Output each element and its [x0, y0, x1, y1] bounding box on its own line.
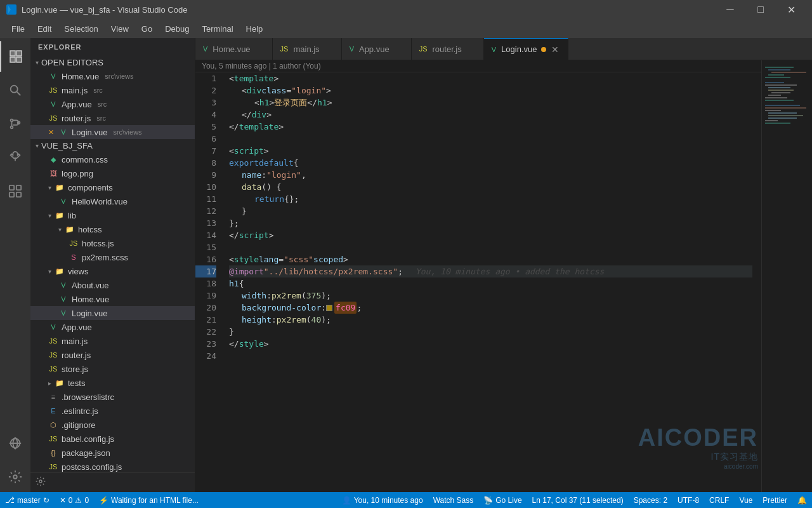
status-cursor[interactable]: Ln 17, Col 37 (11 selected)	[527, 492, 629, 508]
file-router-js[interactable]: JS router.js	[30, 348, 195, 362]
open-editor-login-path: src\views	[113, 128, 141, 136]
file-hotcss-js[interactable]: JS hotcss.js	[30, 236, 195, 250]
status-branch[interactable]: ⎇ master ↻	[0, 492, 55, 508]
file-home-vue[interactable]: V Home.vue	[30, 292, 195, 306]
js-icon-postcss: JS	[48, 462, 58, 472]
file-eslintrc-js[interactable]: E .eslintrc.js	[30, 404, 195, 418]
menu-selection[interactable]: Selection	[59, 22, 103, 36]
file-logo-png[interactable]: 🖼 logo.png	[30, 166, 195, 180]
status-encoding[interactable]: UTF-8	[672, 492, 704, 508]
tab-main-js[interactable]: JS main.js ✕	[273, 38, 342, 60]
project-header[interactable]: VUE_BJ_SFA	[30, 139, 195, 152]
activity-search[interactable]	[0, 75, 30, 105]
close-button[interactable]: ✕	[776, 0, 806, 19]
file-app-vue[interactable]: V App.vue	[30, 320, 195, 334]
status-language[interactable]: Vue	[734, 492, 757, 508]
menu-debug[interactable]: Debug	[160, 22, 194, 36]
open-editor-login-vue[interactable]: ✕ V Login.vue src\views	[30, 125, 195, 139]
tab-app-vue[interactable]: V App.vue ✕	[342, 38, 412, 60]
status-eol[interactable]: CRLF	[704, 492, 734, 508]
activity-settings[interactable]	[0, 462, 30, 492]
maximize-button[interactable]: □	[746, 0, 775, 19]
status-waiting[interactable]: ⚡ Waiting for an HTML file...	[94, 492, 204, 508]
activity-extensions[interactable]	[0, 176, 30, 206]
file-package-json[interactable]: {} package.json	[30, 446, 195, 460]
file-helloworld-vue[interactable]: V HelloWorld.vue	[30, 194, 195, 208]
tab-home-vue-close[interactable]: ✕	[254, 44, 265, 54]
sidebar-content[interactable]: OPEN EDITORS V Home.vue src\views JS mai…	[30, 56, 195, 472]
minimize-button[interactable]: ─	[716, 0, 745, 19]
svg-rect-17	[765, 67, 794, 68]
folder-hotcss[interactable]: 📁 hotcss	[30, 222, 195, 236]
svg-rect-18	[768, 69, 790, 70]
code-line-2: <div class="login">	[229, 84, 752, 97]
menu-terminal[interactable]: Terminal	[197, 22, 238, 36]
folder-tests[interactable]: 📁 tests	[30, 376, 195, 390]
status-watch-sass[interactable]: Watch Sass	[428, 492, 479, 508]
file-px2rem-scss[interactable]: S px2rem.scss	[30, 250, 195, 264]
file-babel-config-js[interactable]: JS babel.config.js	[30, 432, 195, 446]
folder-components[interactable]: 📁 components	[30, 180, 195, 194]
menu-help[interactable]: Help	[241, 22, 268, 36]
open-editor-app-vue[interactable]: V App.vue src	[30, 97, 195, 111]
blame-icon: 👤	[342, 496, 351, 505]
code-line-12: }	[229, 205, 752, 217]
file-about-vue[interactable]: V About.vue	[30, 278, 195, 292]
status-spaces[interactable]: Spaces: 2	[629, 492, 672, 508]
tab-router-js[interactable]: JS router.js ✕	[412, 38, 484, 60]
file-main-js[interactable]: JS main.js	[30, 334, 195, 348]
status-bell[interactable]: 🔔	[792, 492, 812, 508]
tab-app-vue-close[interactable]: ✕	[393, 44, 403, 54]
tab-login-vue-close[interactable]: ✕	[550, 44, 560, 55]
menubar: File Edit Selection View Go Debug Termin…	[0, 19, 812, 38]
status-blame[interactable]: 👤 You, 10 minutes ago	[337, 492, 428, 508]
file-store-js[interactable]: JS store.js	[30, 362, 195, 376]
open-editors-label: OPEN EDITORS	[41, 58, 103, 67]
minimap[interactable]	[761, 60, 812, 492]
menu-go[interactable]: Go	[136, 22, 157, 36]
tab-app-vue-icon: V	[350, 45, 354, 53]
tab-login-vue[interactable]: V Login.vue ✕	[484, 38, 568, 60]
file-common-css[interactable]: ◆ common.css	[30, 152, 195, 166]
settings-icon-btn[interactable]	[36, 476, 46, 488]
activity-remote[interactable]	[0, 428, 30, 458]
code-line-6	[229, 133, 752, 145]
text-icon: ≡	[48, 392, 58, 402]
folder-icon-views: 📁	[55, 266, 65, 276]
tab-router-js-close[interactable]: ✕	[466, 44, 476, 54]
file-login-vue[interactable]: V Login.vue	[30, 306, 195, 320]
open-editor-router-js[interactable]: JS router.js src	[30, 111, 195, 125]
file-name-px2rem: px2rem.scss	[82, 253, 128, 262]
code-area[interactable]: 12345 678910 1112131415 1617181920 21222…	[195, 72, 761, 492]
tab-home-vue-label: Home.vue	[213, 44, 250, 54]
file-postcss-config-js[interactable]: JS postcss.config.js	[30, 460, 195, 472]
menu-file[interactable]: File	[6, 22, 30, 36]
status-go-live[interactable]: 📡 Go Live	[478, 492, 527, 508]
status-errors[interactable]: ✕ 0 ⚠ 0	[55, 492, 94, 508]
code-line-21: height: px2rem(40);	[229, 314, 752, 326]
code-line-3: <h1>登录页面</h1>	[229, 97, 752, 109]
spaces-text: Spaces: 2	[634, 496, 667, 505]
activity-source-control[interactable]	[0, 109, 30, 139]
folder-views[interactable]: 📁 views	[30, 264, 195, 278]
folder-lib[interactable]: 📁 lib	[30, 208, 195, 222]
activity-debug[interactable]	[0, 142, 30, 173]
open-editor-main-js[interactable]: JS main.js src	[30, 83, 195, 97]
open-editor-home-vue[interactable]: V Home.vue src\views	[30, 69, 195, 83]
scrollbar-track[interactable]	[752, 72, 761, 492]
tab-home-vue[interactable]: V Home.vue ✕	[195, 38, 273, 60]
code-editor[interactable]: <template> <div class="login"> <h1>登录页面<…	[224, 72, 752, 492]
tab-main-js-close[interactable]: ✕	[324, 44, 334, 54]
activity-explorer[interactable]	[0, 41, 30, 72]
bell-icon: 🔔	[797, 496, 807, 505]
open-editors-header[interactable]: OPEN EDITORS	[30, 56, 195, 69]
vue-icon-home: V	[58, 294, 69, 304]
git-icon-file: ⬡	[48, 420, 58, 430]
status-formatter[interactable]: Prettier	[757, 492, 792, 508]
file-gitignore[interactable]: ⬡ .gitignore	[30, 418, 195, 432]
menu-edit[interactable]: Edit	[32, 22, 56, 36]
code-line-15	[229, 241, 752, 253]
file-browserslistrc[interactable]: ≡ .browserslistrc	[30, 390, 195, 404]
svg-rect-19	[771, 72, 806, 73]
menu-view[interactable]: View	[106, 22, 134, 36]
